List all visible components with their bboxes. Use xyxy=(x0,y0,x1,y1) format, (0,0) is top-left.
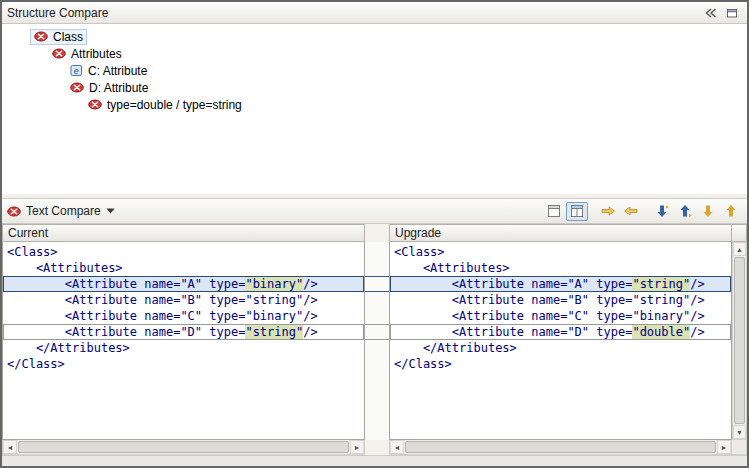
left-pane-header: Current xyxy=(2,224,365,242)
next-difference-icon xyxy=(654,204,670,218)
show-ancestor-pane-button[interactable] xyxy=(543,202,565,221)
conflict-change-icon xyxy=(88,99,102,110)
code-line[interactable]: </Attributes> xyxy=(390,340,731,356)
structure-compare-header: Structure Compare xyxy=(2,2,747,24)
next-difference-button[interactable] xyxy=(651,202,673,221)
scroll-up-arrow-icon[interactable]: ▲ xyxy=(733,242,746,256)
changed-token: "binary" xyxy=(245,277,303,291)
vertical-scrollbar[interactable]: ▲ ▼ xyxy=(732,242,747,440)
code-line[interactable]: <Attributes> xyxy=(390,260,731,276)
tree-item-label: type=double / type=string xyxy=(107,98,242,112)
text-compare-header: Text Compare xyxy=(2,198,747,224)
tree-item-label: C: Attribute xyxy=(88,64,147,78)
collapse-icon xyxy=(703,7,717,19)
diff-code-line[interactable]: <Attribute name="D" type="double"/> xyxy=(390,324,731,340)
scroll-right-arrow-icon[interactable]: ► xyxy=(717,440,731,454)
conflict-change-icon xyxy=(70,82,84,93)
vertical-scrollbar-thumb[interactable] xyxy=(734,257,745,424)
horizontal-scrollbars-row: ◄ ► ◄ ► xyxy=(2,440,747,455)
copy-left-to-right-icon xyxy=(600,204,616,218)
code-line[interactable]: </Attributes> xyxy=(3,340,364,356)
text-compare-toolbar xyxy=(542,202,742,221)
pane-headers-row: Current Upgrade xyxy=(2,224,747,242)
next-change-button[interactable] xyxy=(697,202,719,221)
structure-compare-title: Structure Compare xyxy=(7,6,108,20)
right-pane-header: Upgrade xyxy=(389,224,732,242)
copy-right-to-left-button[interactable] xyxy=(620,202,642,221)
diff-code-line[interactable]: <Attribute name="A" type="binary"/> xyxy=(3,276,364,292)
changed-token: "string" xyxy=(245,325,303,339)
tree-item-label: Attributes xyxy=(71,47,122,61)
element-icon: e xyxy=(70,64,83,77)
scroll-left-arrow-icon[interactable]: ◄ xyxy=(3,440,17,454)
previous-difference-icon xyxy=(677,204,693,218)
left-horizontal-scrollbar[interactable]: ◄ ► xyxy=(2,440,365,455)
code-line[interactable]: <Attribute name="B" type="string"/> xyxy=(3,292,364,308)
restore-button[interactable] xyxy=(722,4,742,22)
svg-text:e: e xyxy=(74,66,79,76)
structure-compare-tree: ClassAttributeseC: AttributeD: Attribute… xyxy=(2,24,747,194)
left-editor-pane[interactable]: <Class> <Attributes> <Attribute name="A"… xyxy=(2,242,365,440)
conflict-change-icon xyxy=(52,48,66,59)
dropdown-caret-icon[interactable] xyxy=(106,205,118,217)
tree-item-label: Class xyxy=(53,30,83,44)
scrollbar-corner xyxy=(732,440,747,455)
code-line[interactable]: <Attribute name="C" type="binary"/> xyxy=(390,308,731,324)
right-editor-pane[interactable]: <Class> <Attributes> <Attribute name="A"… xyxy=(389,242,732,440)
restore-icon xyxy=(725,7,739,19)
tree-item[interactable]: eC: Attribute xyxy=(2,62,747,79)
code-line[interactable]: </Class> xyxy=(390,356,731,372)
tree-item-label: D: Attribute xyxy=(89,81,148,95)
previous-change-button[interactable] xyxy=(720,202,742,221)
structure-header-buttons xyxy=(698,4,742,22)
bottom-strip xyxy=(2,455,747,466)
previous-change-icon xyxy=(723,204,739,218)
text-compare-title: Text Compare xyxy=(26,204,101,218)
code-line[interactable]: <Attributes> xyxy=(3,260,364,276)
diff-code-line[interactable]: <Attribute name="D" type="string"/> xyxy=(3,324,364,340)
ancestor-pane-icon xyxy=(546,204,562,218)
code-line[interactable]: <Class> xyxy=(3,244,364,260)
diff-connector-lines xyxy=(365,242,389,440)
copy-right-to-left-icon xyxy=(623,204,639,218)
conflict-change-icon xyxy=(7,206,21,217)
previous-difference-button[interactable] xyxy=(674,202,696,221)
left-horizontal-scrollbar-thumb[interactable] xyxy=(18,441,349,453)
tree-item[interactable]: D: Attribute xyxy=(2,79,747,96)
right-horizontal-scrollbar[interactable]: ◄ ► xyxy=(389,440,732,455)
code-line[interactable]: <Attribute name="C" type="binary"/> xyxy=(3,308,364,324)
conflict-change-icon xyxy=(34,31,48,42)
right-horizontal-scrollbar-thumb[interactable] xyxy=(405,441,716,453)
diff-code-line[interactable]: <Attribute name="A" type="string"/> xyxy=(390,276,731,292)
compare-editor-window: Structure Compare ClassAttributeseC: Att… xyxy=(0,0,749,468)
code-line[interactable]: </Class> xyxy=(3,356,364,372)
two-way-layout-button[interactable] xyxy=(566,202,588,221)
code-line[interactable]: <Class> xyxy=(390,244,731,260)
diff-connector-gutter xyxy=(365,242,389,440)
copy-left-to-right-button[interactable] xyxy=(597,202,619,221)
tree-item[interactable]: Attributes xyxy=(2,45,747,62)
gutter-bottom xyxy=(365,440,389,455)
changed-token: "double" xyxy=(632,325,690,339)
scrollbar-header-corner xyxy=(732,224,747,242)
tree-item[interactable]: type=double / type=string xyxy=(2,96,747,113)
next-change-icon xyxy=(700,204,716,218)
code-line[interactable]: <Attribute name="B" type="string"/> xyxy=(390,292,731,308)
tree-item[interactable]: Class xyxy=(2,28,747,45)
compare-editors: <Class> <Attributes> <Attribute name="A"… xyxy=(2,242,747,440)
changed-token: "string" xyxy=(632,277,690,291)
gutter-header xyxy=(365,224,389,242)
scroll-right-arrow-icon[interactable]: ► xyxy=(350,440,364,454)
collapse-button[interactable] xyxy=(700,4,720,22)
scroll-down-arrow-icon[interactable]: ▼ xyxy=(733,425,746,439)
scroll-left-arrow-icon[interactable]: ◄ xyxy=(390,440,404,454)
two-way-layout-icon xyxy=(569,204,585,218)
